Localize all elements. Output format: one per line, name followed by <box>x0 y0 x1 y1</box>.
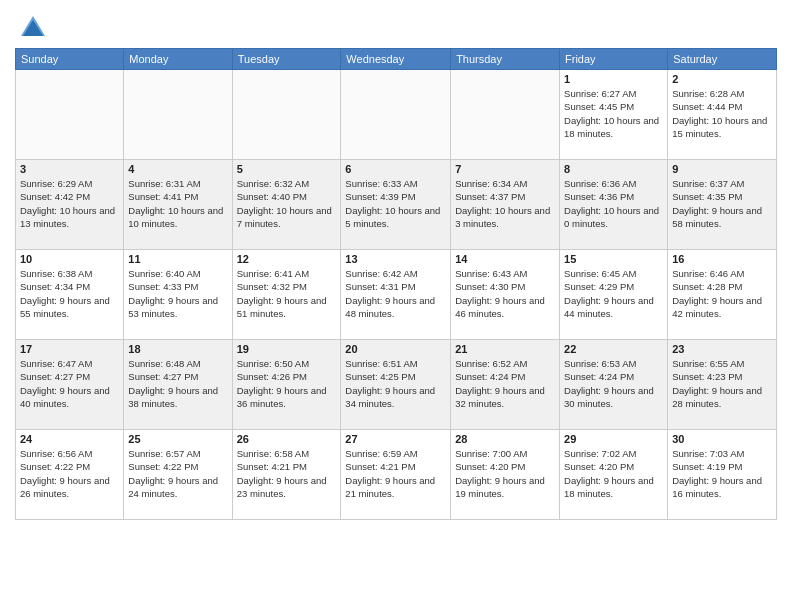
calendar-cell: 19Sunrise: 6:50 AMSunset: 4:26 PMDayligh… <box>232 340 341 430</box>
day-info: Sunrise: 6:40 AMSunset: 4:33 PMDaylight:… <box>128 267 227 320</box>
calendar-cell: 2Sunrise: 6:28 AMSunset: 4:44 PMDaylight… <box>668 70 777 160</box>
week-row-0: 1Sunrise: 6:27 AMSunset: 4:45 PMDaylight… <box>16 70 777 160</box>
calendar-cell <box>124 70 232 160</box>
calendar-cell: 27Sunrise: 6:59 AMSunset: 4:21 PMDayligh… <box>341 430 451 520</box>
calendar-cell: 4Sunrise: 6:31 AMSunset: 4:41 PMDaylight… <box>124 160 232 250</box>
logo <box>15 14 47 42</box>
week-row-2: 10Sunrise: 6:38 AMSunset: 4:34 PMDayligh… <box>16 250 777 340</box>
day-number: 19 <box>237 343 337 355</box>
weekday-friday: Friday <box>560 49 668 70</box>
day-info: Sunrise: 6:58 AMSunset: 4:21 PMDaylight:… <box>237 447 337 500</box>
weekday-thursday: Thursday <box>451 49 560 70</box>
day-number: 8 <box>564 163 663 175</box>
day-number: 23 <box>672 343 772 355</box>
calendar-cell: 11Sunrise: 6:40 AMSunset: 4:33 PMDayligh… <box>124 250 232 340</box>
day-number: 29 <box>564 433 663 445</box>
day-number: 18 <box>128 343 227 355</box>
weekday-wednesday: Wednesday <box>341 49 451 70</box>
day-info: Sunrise: 6:42 AMSunset: 4:31 PMDaylight:… <box>345 267 446 320</box>
weekday-saturday: Saturday <box>668 49 777 70</box>
day-info: Sunrise: 6:33 AMSunset: 4:39 PMDaylight:… <box>345 177 446 230</box>
calendar-cell: 8Sunrise: 6:36 AMSunset: 4:36 PMDaylight… <box>560 160 668 250</box>
day-info: Sunrise: 6:48 AMSunset: 4:27 PMDaylight:… <box>128 357 227 410</box>
day-info: Sunrise: 6:36 AMSunset: 4:36 PMDaylight:… <box>564 177 663 230</box>
day-info: Sunrise: 6:56 AMSunset: 4:22 PMDaylight:… <box>20 447 119 500</box>
day-number: 25 <box>128 433 227 445</box>
header-area <box>15 10 777 42</box>
day-info: Sunrise: 6:32 AMSunset: 4:40 PMDaylight:… <box>237 177 337 230</box>
calendar: SundayMondayTuesdayWednesdayThursdayFrid… <box>15 48 777 520</box>
calendar-cell: 23Sunrise: 6:55 AMSunset: 4:23 PMDayligh… <box>668 340 777 430</box>
calendar-cell: 7Sunrise: 6:34 AMSunset: 4:37 PMDaylight… <box>451 160 560 250</box>
day-info: Sunrise: 6:27 AMSunset: 4:45 PMDaylight:… <box>564 87 663 140</box>
calendar-cell: 6Sunrise: 6:33 AMSunset: 4:39 PMDaylight… <box>341 160 451 250</box>
calendar-cell: 9Sunrise: 6:37 AMSunset: 4:35 PMDaylight… <box>668 160 777 250</box>
day-info: Sunrise: 6:43 AMSunset: 4:30 PMDaylight:… <box>455 267 555 320</box>
day-info: Sunrise: 6:53 AMSunset: 4:24 PMDaylight:… <box>564 357 663 410</box>
day-number: 10 <box>20 253 119 265</box>
calendar-cell: 29Sunrise: 7:02 AMSunset: 4:20 PMDayligh… <box>560 430 668 520</box>
calendar-cell: 13Sunrise: 6:42 AMSunset: 4:31 PMDayligh… <box>341 250 451 340</box>
day-info: Sunrise: 7:02 AMSunset: 4:20 PMDaylight:… <box>564 447 663 500</box>
week-row-1: 3Sunrise: 6:29 AMSunset: 4:42 PMDaylight… <box>16 160 777 250</box>
calendar-cell: 12Sunrise: 6:41 AMSunset: 4:32 PMDayligh… <box>232 250 341 340</box>
day-number: 22 <box>564 343 663 355</box>
day-number: 24 <box>20 433 119 445</box>
calendar-cell: 22Sunrise: 6:53 AMSunset: 4:24 PMDayligh… <box>560 340 668 430</box>
calendar-cell <box>341 70 451 160</box>
day-number: 2 <box>672 73 772 85</box>
day-number: 11 <box>128 253 227 265</box>
day-number: 12 <box>237 253 337 265</box>
calendar-cell: 20Sunrise: 6:51 AMSunset: 4:25 PMDayligh… <box>341 340 451 430</box>
day-info: Sunrise: 6:59 AMSunset: 4:21 PMDaylight:… <box>345 447 446 500</box>
week-row-3: 17Sunrise: 6:47 AMSunset: 4:27 PMDayligh… <box>16 340 777 430</box>
weekday-monday: Monday <box>124 49 232 70</box>
day-info: Sunrise: 6:37 AMSunset: 4:35 PMDaylight:… <box>672 177 772 230</box>
day-info: Sunrise: 7:00 AMSunset: 4:20 PMDaylight:… <box>455 447 555 500</box>
day-info: Sunrise: 6:41 AMSunset: 4:32 PMDaylight:… <box>237 267 337 320</box>
week-row-4: 24Sunrise: 6:56 AMSunset: 4:22 PMDayligh… <box>16 430 777 520</box>
day-number: 7 <box>455 163 555 175</box>
calendar-cell: 26Sunrise: 6:58 AMSunset: 4:21 PMDayligh… <box>232 430 341 520</box>
calendar-cell <box>451 70 560 160</box>
day-info: Sunrise: 6:47 AMSunset: 4:27 PMDaylight:… <box>20 357 119 410</box>
calendar-cell: 3Sunrise: 6:29 AMSunset: 4:42 PMDaylight… <box>16 160 124 250</box>
day-info: Sunrise: 6:55 AMSunset: 4:23 PMDaylight:… <box>672 357 772 410</box>
day-number: 21 <box>455 343 555 355</box>
weekday-sunday: Sunday <box>16 49 124 70</box>
day-number: 28 <box>455 433 555 445</box>
calendar-cell: 25Sunrise: 6:57 AMSunset: 4:22 PMDayligh… <box>124 430 232 520</box>
day-number: 27 <box>345 433 446 445</box>
calendar-cell: 24Sunrise: 6:56 AMSunset: 4:22 PMDayligh… <box>16 430 124 520</box>
calendar-cell: 30Sunrise: 7:03 AMSunset: 4:19 PMDayligh… <box>668 430 777 520</box>
weekday-tuesday: Tuesday <box>232 49 341 70</box>
day-info: Sunrise: 6:31 AMSunset: 4:41 PMDaylight:… <box>128 177 227 230</box>
day-number: 16 <box>672 253 772 265</box>
day-info: Sunrise: 6:29 AMSunset: 4:42 PMDaylight:… <box>20 177 119 230</box>
calendar-cell: 16Sunrise: 6:46 AMSunset: 4:28 PMDayligh… <box>668 250 777 340</box>
day-info: Sunrise: 6:45 AMSunset: 4:29 PMDaylight:… <box>564 267 663 320</box>
day-number: 3 <box>20 163 119 175</box>
calendar-cell: 21Sunrise: 6:52 AMSunset: 4:24 PMDayligh… <box>451 340 560 430</box>
logo-icon <box>19 14 47 42</box>
calendar-cell: 28Sunrise: 7:00 AMSunset: 4:20 PMDayligh… <box>451 430 560 520</box>
day-info: Sunrise: 6:34 AMSunset: 4:37 PMDaylight:… <box>455 177 555 230</box>
day-number: 14 <box>455 253 555 265</box>
calendar-cell: 17Sunrise: 6:47 AMSunset: 4:27 PMDayligh… <box>16 340 124 430</box>
day-number: 26 <box>237 433 337 445</box>
day-number: 30 <box>672 433 772 445</box>
day-number: 4 <box>128 163 227 175</box>
day-info: Sunrise: 6:52 AMSunset: 4:24 PMDaylight:… <box>455 357 555 410</box>
calendar-cell: 14Sunrise: 6:43 AMSunset: 4:30 PMDayligh… <box>451 250 560 340</box>
day-info: Sunrise: 6:50 AMSunset: 4:26 PMDaylight:… <box>237 357 337 410</box>
day-info: Sunrise: 6:57 AMSunset: 4:22 PMDaylight:… <box>128 447 227 500</box>
day-number: 9 <box>672 163 772 175</box>
day-number: 1 <box>564 73 663 85</box>
calendar-cell <box>16 70 124 160</box>
calendar-cell <box>232 70 341 160</box>
calendar-cell: 5Sunrise: 6:32 AMSunset: 4:40 PMDaylight… <box>232 160 341 250</box>
day-number: 5 <box>237 163 337 175</box>
weekday-header-row: SundayMondayTuesdayWednesdayThursdayFrid… <box>16 49 777 70</box>
calendar-cell: 15Sunrise: 6:45 AMSunset: 4:29 PMDayligh… <box>560 250 668 340</box>
day-number: 20 <box>345 343 446 355</box>
